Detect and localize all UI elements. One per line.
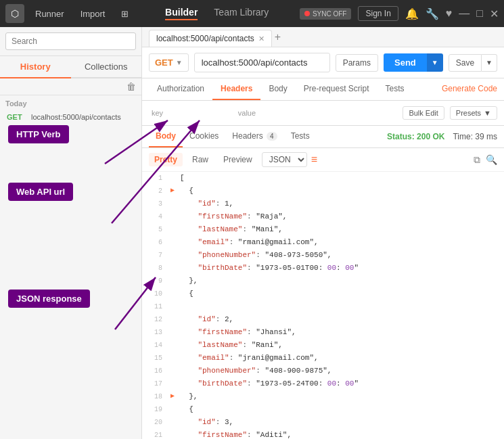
res-tab-tests[interactable]: Tests [284, 126, 317, 147]
url-input[interactable] [194, 53, 330, 72]
presets-button[interactable]: Presets ▼ [450, 106, 497, 120]
copy-icon[interactable]: ⧉ [474, 154, 480, 166]
json-line: 5 "lastName": "Mani", [142, 223, 504, 236]
fmt-pretty[interactable]: Pretty [149, 153, 183, 166]
tab-body[interactable]: Body [260, 78, 295, 100]
res-tab-cookies[interactable]: Cookies [183, 126, 225, 147]
json-line: 11 [142, 300, 504, 313]
search-response-icon[interactable]: 🔍 [486, 154, 497, 166]
main-layout: History Collections 🗑 Today GET localhos… [0, 27, 504, 439]
json-line: 10 { [142, 287, 504, 300]
json-response-annotation: JSON response [8, 290, 90, 308]
fmt-preview[interactable]: Preview [218, 153, 258, 166]
line-content: "birthDate": "1973-05-01T00: 00: 00" [180, 262, 359, 274]
line-arrow-icon: ▶ [170, 185, 177, 197]
json-line: 16 "phoneNumber": "408-900-9875", [142, 365, 504, 377]
json-line: 2▶ { [142, 185, 504, 198]
line-content: }, [180, 275, 198, 287]
line-content: "email": "rmani@gmail.com", [180, 236, 319, 248]
json-line: 6 "email": "rmani@gmail.com", [142, 236, 504, 249]
line-content: "lastName": "Rani", [180, 339, 283, 351]
sidebar-tab-collections[interactable]: Collections [71, 56, 142, 77]
line-number: 20 [146, 416, 162, 429]
web-api-url-annotation: Web API url [8, 183, 73, 201]
builder-tab[interactable]: Builder [165, 7, 198, 20]
sidebar: History Collections 🗑 Today GET localhos… [0, 27, 142, 439]
bulk-edit-button[interactable]: Bulk Edit [403, 106, 444, 120]
response-format-bar: Pretty Raw Preview JSON ≡ ⧉ 🔍 [142, 148, 504, 172]
headers-count-badge: 4 [267, 132, 277, 141]
json-line: 3 "id": 1, [142, 198, 504, 210]
line-number: 8 [146, 262, 162, 275]
line-content: "lastName": "Mani", [180, 223, 283, 235]
line-number: 17 [146, 377, 162, 390]
top-right-controls: SYNC OFF Sign In 🔔 🔧 ♥ — □ ✕ [300, 6, 499, 21]
close-icon[interactable]: ✕ [490, 7, 499, 20]
res-tab-body[interactable]: Body [149, 126, 183, 147]
send-button[interactable]: Send [384, 53, 427, 72]
add-tab-button[interactable]: + [272, 28, 283, 46]
tab-strip: localhost:5000/api/contacts ✕ + [142, 27, 504, 47]
sync-badge[interactable]: SYNC OFF [300, 8, 352, 20]
line-number: 6 [146, 236, 162, 249]
line-number: 16 [146, 365, 162, 377]
line-content: "firstName": "Jhansi", [180, 326, 296, 338]
method-selector[interactable]: GET ▼ [149, 53, 189, 72]
value-column-header: value [235, 106, 403, 120]
tab-pre-request[interactable]: Pre-request Script [296, 78, 377, 100]
res-tab-headers[interactable]: Headers 4 [225, 126, 283, 147]
json-line: 18▶ }, [142, 390, 504, 403]
format-select[interactable]: JSON [262, 152, 307, 167]
tab-headers[interactable]: Headers [212, 78, 260, 100]
tab-close-icon[interactable]: ✕ [258, 34, 265, 43]
line-content: "email": "jrani@gmail.com", [180, 352, 319, 364]
line-number: 4 [146, 210, 162, 223]
notification-icon[interactable]: 🔔 [405, 7, 419, 20]
params-button[interactable]: Params [336, 54, 378, 72]
json-line: 4 "firstName": "Raja", [142, 210, 504, 223]
history-item-method: GET [7, 113, 27, 121]
delete-history-button[interactable]: 🗑 [127, 81, 136, 92]
json-response-body: 1[2▶ {3 "id": 1,4 "firstName": "Raja",5 … [142, 172, 504, 439]
method-label: GET [155, 57, 173, 68]
line-content: [ [180, 172, 185, 184]
json-line: 20 "id": 3, [142, 416, 504, 429]
line-content: "firstName": "Raja", [180, 210, 287, 223]
line-content: "phoneNumber": "408-973-5050", [180, 249, 331, 261]
sidebar-tab-history[interactable]: History [0, 56, 71, 78]
new-tab-icon-button[interactable]: ⊞ [116, 6, 134, 22]
status-ok-label: Status: 200 OK [387, 132, 444, 141]
line-number: 5 [146, 223, 162, 236]
send-dropdown-button[interactable]: ▼ [427, 53, 443, 72]
time-label: Time: 39 ms [453, 132, 497, 141]
line-number: 7 [146, 249, 162, 262]
tab-tests[interactable]: Tests [377, 78, 412, 100]
settings-icon[interactable]: 🔧 [426, 7, 439, 20]
save-button[interactable]: Save [449, 54, 482, 72]
line-content: "id": 3, [180, 416, 233, 428]
sidebar-toolbar: 🗑 [0, 78, 141, 95]
line-number: 21 [146, 429, 162, 439]
wrap-icon[interactable]: ≡ [311, 154, 317, 166]
line-number: 11 [146, 300, 162, 313]
minimize-icon[interactable]: — [459, 7, 469, 20]
team-library-tab[interactable]: Team Library [214, 7, 269, 20]
history-item[interactable]: GET localhost:5000/api/contacts [0, 109, 141, 125]
line-content: "birthDate": "1973-05-24T00: 00: 00" [180, 377, 359, 390]
import-button[interactable]: Import [75, 6, 111, 22]
heart-icon[interactable]: ♥ [446, 7, 453, 20]
sign-in-button[interactable]: Sign In [358, 6, 398, 21]
tab-authorization[interactable]: Authorization [149, 78, 212, 100]
maximize-icon[interactable]: □ [476, 7, 483, 20]
json-line: 19 { [142, 403, 504, 416]
line-content: "id": 1, [180, 198, 233, 210]
save-button-group: Save ▼ [449, 54, 497, 72]
save-dropdown-button[interactable]: ▼ [482, 54, 497, 72]
search-input[interactable] [5, 32, 136, 50]
response-tabs: Body Cookies Headers 4 Tests Status: 200… [142, 126, 504, 148]
generate-code-link[interactable]: Generate Code [442, 78, 497, 100]
request-tabs: Authorization Headers Body Pre-request S… [142, 78, 504, 101]
active-tab[interactable]: localhost:5000/api/contacts ✕ [149, 30, 272, 47]
runner-button[interactable]: Runner [30, 6, 70, 22]
fmt-raw[interactable]: Raw [187, 153, 214, 166]
